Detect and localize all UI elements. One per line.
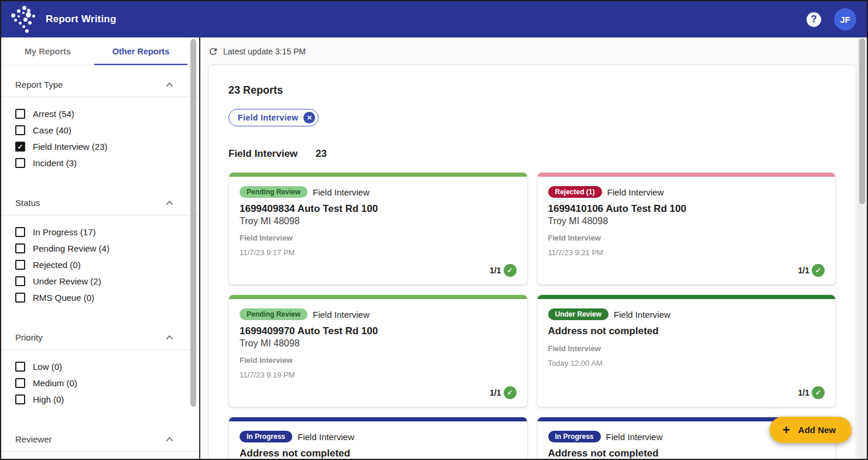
filter-option-label: Pending Review (4): [33, 243, 110, 253]
report-card[interactable]: Pending Review Field Interview 169940997…: [228, 294, 528, 407]
reports-count-heading: 23 Reports: [228, 84, 836, 97]
card-date: Today 12:00 AM: [548, 359, 825, 368]
report-card[interactable]: Rejected (1) Field Interview 1699410106 …: [537, 172, 836, 285]
card-progress-count: 1/1: [798, 266, 809, 275]
checkbox[interactable]: [15, 142, 25, 152]
add-new-button[interactable]: + Add New: [770, 417, 852, 443]
filter-option-label: Low (0): [33, 362, 62, 372]
filter-option-rejected-0[interactable]: Rejected (0): [15, 260, 199, 270]
report-cards-grid: Pending Review Field Interview 169940983…: [228, 172, 836, 460]
status-badge: Under Review: [548, 308, 609, 320]
card-progress-count: 1/1: [490, 388, 501, 397]
checkbox[interactable]: [15, 276, 25, 286]
report-group-heading: Field Interview 23: [228, 148, 836, 160]
report-card[interactable]: Under Review Field Interview Address not…: [537, 294, 836, 407]
card-subtitle: Troy MI 48098: [548, 216, 825, 226]
filter-option-label: Incident (3): [33, 158, 77, 168]
group-title: Field Interview: [228, 148, 298, 160]
filter-chip-label: Field Interview: [238, 113, 298, 122]
report-card[interactable]: Pending Review Field Interview 169940983…: [228, 172, 528, 285]
filter-section-status: Status In Progress (17) Pending Review (…: [1, 188, 199, 317]
filter-section-header[interactable]: Report Type: [1, 70, 199, 97]
filter-option-label: RMS Queue (0): [33, 293, 94, 303]
filter-option-field-interview-23[interactable]: Field Interview (23): [15, 142, 199, 152]
card-type-label: Field Interview: [240, 356, 517, 365]
card-badge-row: Rejected (1) Field Interview: [548, 186, 825, 198]
filter-options: In Progress (17) Pending Review (4) Reje…: [1, 215, 199, 317]
refresh-icon[interactable]: [208, 46, 218, 57]
card-body: In Progress Field Interview Address not …: [229, 421, 527, 460]
checkbox[interactable]: [15, 293, 25, 303]
reports-panel: 23 Reports Field Interview ✕ Field Inter…: [208, 64, 856, 460]
report-card[interactable]: In Progress Field Interview Address not …: [228, 417, 528, 460]
card-report-type: Field Interview: [607, 187, 664, 197]
checkbox[interactable]: [15, 158, 25, 168]
card-progress: 1/1 ✓: [240, 379, 517, 399]
card-status-accent-bar: [229, 173, 527, 177]
filter-options: Low (0) Medium (0) High (0): [1, 350, 199, 419]
chevron-up-icon[interactable]: [166, 200, 173, 205]
checkbox[interactable]: [15, 109, 25, 119]
filter-option-incident-3[interactable]: Incident (3): [15, 158, 199, 168]
filter-option-label: Field Interview (23): [33, 142, 108, 152]
filter-option-low-0[interactable]: Low (0): [15, 362, 199, 372]
filter-option-case-40[interactable]: Case (40): [15, 125, 199, 135]
card-report-type: Field Interview: [614, 310, 671, 320]
user-avatar[interactable]: JF: [834, 8, 856, 30]
filter-option-rms-queue-0[interactable]: RMS Queue (0): [15, 293, 199, 303]
checkbox[interactable]: [15, 227, 25, 237]
filter-option-label: High (0): [33, 394, 64, 404]
card-title: Address not completed: [548, 325, 825, 337]
filter-option-label: Case (40): [33, 125, 71, 135]
card-subtitle: Troy MI 48098: [240, 338, 517, 349]
card-status-accent-bar: [229, 295, 527, 299]
card-type-label: Field Interview: [548, 344, 825, 353]
main-scrollbar-track[interactable]: [857, 37, 867, 460]
filter-option-label: Under Review (2): [33, 276, 101, 286]
filter-option-label: Rejected (0): [33, 260, 81, 270]
filter-option-medium-0[interactable]: Medium (0): [15, 378, 199, 388]
checkbox[interactable]: [15, 243, 25, 253]
filter-chip-field-interview[interactable]: Field Interview ✕: [228, 109, 319, 126]
card-report-type: Field Interview: [313, 310, 370, 320]
card-title: Address not completed: [240, 448, 517, 459]
check-circle-icon: ✓: [812, 386, 825, 399]
filter-section-header[interactable]: Priority: [1, 323, 199, 349]
filter-section-header[interactable]: Status: [1, 188, 199, 215]
card-body: Pending Review Field Interview 169940997…: [229, 299, 527, 407]
last-update-row: Latest update 3:15 PM: [200, 37, 867, 63]
help-icon[interactable]: ?: [807, 12, 821, 27]
filter-section-title: Priority: [15, 332, 43, 342]
filters-list: Report Type Arrest (54) Case (40) Field …: [1, 66, 199, 452]
sidebar-scrollbar-thumb[interactable]: [190, 39, 196, 407]
filter-option-high-0[interactable]: High (0): [15, 394, 199, 404]
filter-option-in-progress-17[interactable]: In Progress (17): [15, 227, 199, 237]
filter-option-pending-review-4[interactable]: Pending Review (4): [15, 243, 199, 253]
chip-remove-icon[interactable]: ✕: [303, 112, 315, 123]
card-badge-row: Pending Review Field Interview: [240, 186, 517, 198]
tab-other-reports[interactable]: Other Reports: [94, 37, 187, 65]
filter-option-arrest-54[interactable]: Arrest (54): [15, 109, 199, 119]
filter-section-reviewer: Reviewer: [1, 425, 199, 452]
checkbox[interactable]: [15, 362, 25, 372]
checkbox[interactable]: [15, 378, 25, 388]
filter-option-under-review-2[interactable]: Under Review (2): [15, 276, 199, 286]
card-report-type: Field Interview: [606, 432, 663, 442]
card-body: Under Review Field Interview Address not…: [538, 299, 836, 407]
chevron-up-icon[interactable]: [166, 335, 173, 340]
checkbox[interactable]: [15, 260, 25, 270]
card-date: 11/7/23 9:17 PM: [240, 248, 517, 257]
filter-option-label: In Progress (17): [33, 227, 96, 237]
chevron-up-icon[interactable]: [166, 437, 173, 442]
card-report-type: Field Interview: [298, 432, 354, 442]
tab-my-reports[interactable]: My Reports: [1, 37, 94, 65]
card-body: Rejected (1) Field Interview 1699410106 …: [538, 177, 836, 284]
checkbox[interactable]: [15, 125, 25, 135]
filter-section-header[interactable]: Reviewer: [1, 425, 199, 451]
main-scrollbar-thumb[interactable]: [859, 39, 865, 204]
chevron-up-icon[interactable]: [166, 82, 173, 87]
status-badge: In Progress: [240, 431, 292, 442]
checkbox[interactable]: [15, 394, 25, 404]
filter-section-priority: Priority Low (0) Medium (0) High (0): [1, 323, 199, 419]
status-badge: In Progress: [548, 431, 601, 442]
